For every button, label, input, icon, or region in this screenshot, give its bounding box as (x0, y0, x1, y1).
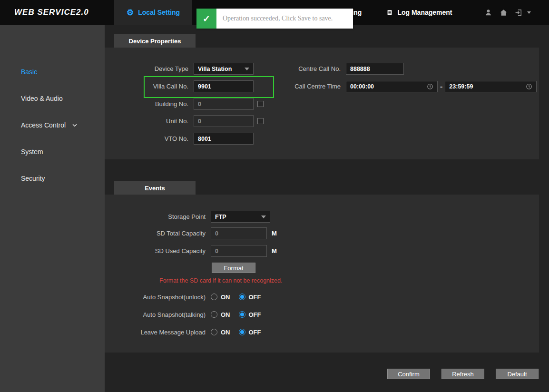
field-label: Building No. (105, 100, 188, 108)
villa-call-no-row: Villa Call No. 9901 (105, 80, 254, 92)
device-type-select[interactable]: Villa Station (194, 63, 254, 75)
sd-total-capacity-row: SD Total Capacity 0 M (105, 227, 277, 239)
field-label: VTO No. (105, 135, 188, 142)
storage-point-row: Storage Point FTP (105, 211, 270, 223)
unit-label: M (272, 230, 277, 237)
gear-icon: ⚙ (127, 9, 134, 17)
auto-snapshot-unlock-off-radio[interactable] (239, 294, 245, 300)
toast-notification: ✓ Operation succeeded, Click Save to sav… (196, 9, 353, 29)
radio-label: ON (221, 311, 230, 318)
select-value: Villa Station (198, 66, 232, 72)
centre-call-no-row: Centre Call No. 888888 (257, 63, 404, 75)
field-label: SD Used Capacity (105, 247, 206, 255)
page: WEB SERVICE2.0 ⚙ Local Setting Household… (0, 0, 549, 392)
leave-message-upload-off-radio[interactable] (239, 329, 245, 335)
sidebar-item-label: Access Control (21, 121, 66, 129)
building-no-row: Building No. 0 (105, 98, 264, 110)
confirm-button[interactable]: Confirm (387, 369, 430, 379)
panel-title: Device Properties (129, 38, 181, 45)
sidebar: Basic Video & Audio Access Control Syste… (0, 25, 105, 392)
content: Device Properties Device Type Villa Stat… (105, 25, 549, 392)
auto-snapshot-talking-off-radio[interactable] (239, 311, 245, 318)
sidebar-item-basic[interactable]: Basic (21, 68, 37, 76)
home-icon[interactable] (500, 9, 508, 17)
nav-label: Log Management (397, 9, 452, 16)
leave-message-upload-row: Leave Message Upload ON OFF (105, 327, 261, 337)
call-centre-time-start-input[interactable]: 00:00:00 (346, 81, 438, 92)
sidebar-item-label: Video & Audio (21, 94, 63, 103)
success-check-icon: ✓ (196, 9, 216, 29)
vto-no-input[interactable]: 8001 (194, 133, 254, 145)
storage-point-select[interactable]: FTP (211, 211, 270, 223)
time-separator: - (440, 82, 442, 91)
clock-icon[interactable] (427, 83, 433, 90)
sidebar-item-system[interactable]: System (21, 147, 43, 156)
topbar-actions (484, 0, 531, 25)
auto-snapshot-talking-row: Auto Snapshot(talking) ON OFF (105, 310, 261, 319)
format-button[interactable]: Format (212, 263, 255, 273)
radio-label: ON (221, 329, 230, 336)
field-label: Auto Snapshot(unlock) (105, 294, 206, 301)
field-label: Storage Point (105, 213, 206, 220)
field-label: Unit No. (105, 118, 188, 125)
call-centre-time-end-input[interactable]: 23:59:59 (445, 81, 537, 92)
sidebar-item-access-control[interactable]: Access Control (21, 121, 78, 129)
sd-used-capacity-input[interactable]: 0 (211, 245, 267, 257)
app-logo: WEB SERVICE2.0 (14, 0, 89, 25)
field-label: Device Type (105, 65, 188, 72)
field-label: Leave Message Upload (105, 329, 206, 336)
time-value: 00:00:00 (350, 83, 374, 90)
unit-label: M (272, 247, 277, 255)
call-centre-time-row: Call Centre Time 00:00:00 - 23:59:59 (257, 80, 537, 92)
device-type-row: Device Type Villa Station (105, 63, 254, 75)
time-value: 23:59:59 (449, 83, 473, 90)
log-list-icon (386, 9, 393, 16)
chevron-down-icon[interactable] (527, 11, 531, 14)
sidebar-item-label: Security (21, 174, 45, 183)
field-label: Centre Call No. (257, 65, 341, 72)
field-label: Villa Call No. (105, 83, 188, 90)
field-label: SD Total Capacity (105, 230, 206, 237)
events-panel: Storage Point FTP SD Total Capacity 0 M … (105, 195, 539, 353)
sidebar-item-security[interactable]: Security (21, 174, 45, 183)
building-no-checkbox[interactable] (257, 101, 264, 107)
nav-local-setting[interactable]: ⚙ Local Setting (114, 0, 192, 25)
toast-message: Operation succeeded, Click Save to save. (216, 9, 353, 29)
unit-no-row: Unit No. 0 (105, 115, 264, 127)
sd-format-warning: Format the SD card if it can not be reco… (159, 277, 282, 284)
centre-call-no-input[interactable]: 888888 (346, 63, 404, 75)
field-label: Auto Snapshot(talking) (105, 311, 206, 318)
dropdown-arrow-icon (245, 68, 249, 70)
sidebar-item-label: System (21, 147, 43, 156)
logout-icon[interactable] (515, 9, 523, 17)
panel-title: Events (145, 185, 165, 192)
select-value: FTP (215, 214, 226, 220)
chevron-down-icon (71, 122, 78, 128)
auto-snapshot-talking-on-radio[interactable] (211, 311, 217, 318)
nav-label: Local Setting (138, 9, 180, 16)
clock-icon[interactable] (526, 83, 532, 90)
radio-label: OFF (249, 294, 261, 301)
auto-snapshot-unlock-on-radio[interactable] (211, 294, 217, 300)
vto-no-row: VTO No. 8001 (105, 133, 254, 145)
radio-label: OFF (249, 329, 261, 336)
events-tab: Events (114, 181, 196, 195)
villa-call-no-input[interactable]: 9901 (194, 80, 254, 92)
leave-message-upload-on-radio[interactable] (211, 329, 217, 335)
unit-no-input[interactable]: 0 (194, 115, 254, 127)
refresh-button[interactable]: Refresh (441, 369, 484, 379)
unit-no-checkbox[interactable] (257, 118, 264, 124)
nav-log-management[interactable]: Log Management (374, 0, 464, 25)
sd-total-capacity-input[interactable]: 0 (211, 227, 267, 239)
radio-label: OFF (249, 311, 261, 318)
field-label: Call Centre Time (257, 83, 341, 90)
user-icon[interactable] (484, 9, 492, 17)
auto-snapshot-unlock-row: Auto Snapshot(unlock) ON OFF (105, 292, 261, 302)
sidebar-item-video-audio[interactable]: Video & Audio (21, 94, 63, 103)
dropdown-arrow-icon (261, 216, 266, 218)
sidebar-item-label: Basic (21, 68, 37, 76)
building-no-input[interactable]: 0 (194, 98, 254, 110)
device-properties-tab: Device Properties (114, 34, 196, 48)
sd-used-capacity-row: SD Used Capacity 0 M (105, 245, 277, 257)
default-button[interactable]: Default (496, 369, 539, 379)
